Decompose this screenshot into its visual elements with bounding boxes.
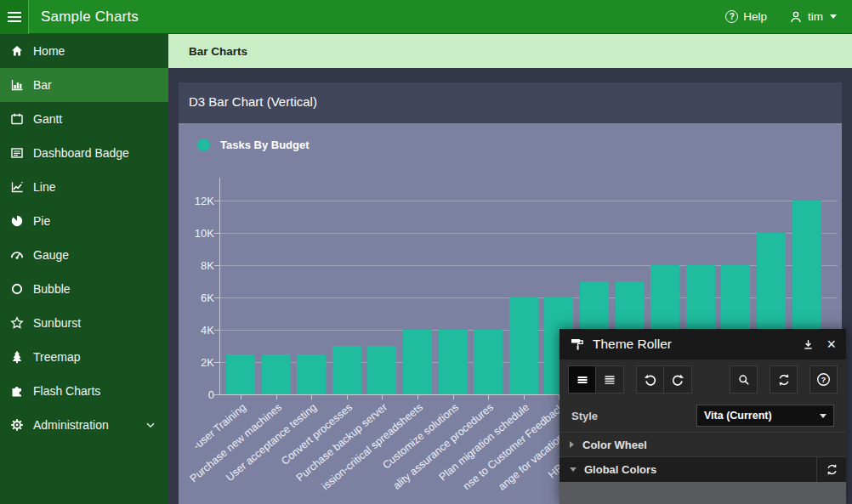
sidebar-item-label: Sunburst: [33, 316, 81, 330]
sidebar-item-label: Treemap: [33, 350, 81, 364]
detailed-view-button[interactable]: [596, 365, 624, 394]
chevron-down-icon: [145, 419, 156, 431]
bar[interactable]: [332, 346, 361, 394]
chart-legend[interactable]: Tasks By Budget: [197, 139, 310, 151]
compact-view-button[interactable]: [568, 365, 596, 394]
home-icon: [10, 44, 24, 58]
puzzle-icon: [10, 384, 24, 398]
style-row: Style Vita (Current): [559, 399, 846, 432]
help-circle-icon[interactable]: ?: [809, 365, 838, 394]
sidebar-item-pie[interactable]: Pie: [0, 204, 168, 238]
sidebar-item-label: Bubble: [33, 282, 71, 296]
theme-roller-title: Theme Roller: [593, 337, 672, 352]
sidebar-nav: HomeBarGanttDashboard BadgeLinePieGaugeB…: [0, 34, 168, 504]
theme-roller-panel: Theme Roller ×: [559, 329, 846, 504]
gauge-icon: [10, 248, 24, 262]
legend-marker: [197, 139, 210, 151]
app-title: Sample Charts: [41, 8, 139, 25]
breadcrumb: Bar Charts: [168, 34, 852, 68]
line-chart-icon: [10, 180, 24, 194]
y-axis-label: 0: [182, 389, 214, 400]
y-axis-label: 2K: [182, 357, 214, 368]
sidebar-item-line[interactable]: Line: [0, 170, 168, 204]
chevron-down-icon: [830, 14, 837, 19]
theme-roller-header[interactable]: Theme Roller ×: [559, 329, 846, 360]
top-bar: Sample Charts ? Help tim: [0, 0, 852, 34]
x-axis-tick: [311, 395, 312, 399]
hamburger-icon: [8, 16, 21, 18]
bar[interactable]: [403, 330, 432, 394]
sidebar-item-label: Gauge: [33, 248, 69, 262]
sidebar-item-label: Dashboard Badge: [33, 146, 129, 160]
section-color-wheel[interactable]: Color Wheel: [559, 432, 846, 456]
paint-roller-icon: [570, 337, 585, 352]
y-axis-label: 8K: [182, 260, 214, 271]
sidebar-item-label: Home: [33, 44, 65, 58]
sidebar-item-dashboard-badge[interactable]: Dashboard Badge: [0, 136, 168, 170]
reset-colors-button[interactable]: [816, 457, 846, 482]
x-axis-tick: [524, 395, 525, 399]
chart-card-title: D3 Bar Chart (Vertical): [179, 82, 842, 123]
bubble-icon: [10, 282, 24, 296]
sidebar-item-label: Pie: [33, 214, 50, 228]
search-icon[interactable]: [730, 365, 758, 394]
y-axis-line: [219, 178, 220, 394]
sidebar-item-bar[interactable]: Bar: [0, 68, 168, 102]
chevron-down-icon: [820, 414, 826, 418]
sidebar-item-label: Gantt: [33, 112, 62, 126]
bar[interactable]: [262, 354, 291, 395]
sidebar-item-gantt[interactable]: Gantt: [0, 102, 168, 136]
bar[interactable]: [297, 354, 326, 395]
close-icon[interactable]: ×: [826, 337, 836, 351]
sidebar-item-treemap[interactable]: Treemap: [0, 340, 168, 374]
hamburger-icon: [8, 20, 21, 22]
user-menu-button[interactable]: tim: [789, 10, 837, 24]
x-axis-tick: [453, 395, 454, 399]
chevron-right-icon: [570, 441, 574, 448]
section-global-colors[interactable]: Global Colors: [559, 456, 846, 482]
star-icon: [10, 316, 24, 330]
redo-icon[interactable]: [664, 365, 692, 394]
refresh-icon[interactable]: [770, 365, 798, 394]
y-axis-label: 6K: [182, 292, 214, 303]
sidebar-item-gauge[interactable]: Gauge: [0, 238, 168, 272]
style-select[interactable]: Vita (Current): [696, 405, 834, 427]
gear-icon: [10, 418, 24, 432]
sidebar-item-flash-charts[interactable]: Flash Charts: [0, 374, 168, 408]
app-window: Sample Charts ? Help tim HomeBarGanttDas…: [0, 0, 852, 504]
bar[interactable]: [474, 330, 503, 394]
chevron-down-icon: [570, 467, 577, 472]
section-label: Global Colors: [584, 463, 656, 476]
sidebar-item-sunburst[interactable]: Sunburst: [0, 306, 168, 340]
y-axis-label: 12K: [182, 195, 214, 207]
sidebar-item-bubble[interactable]: Bubble: [0, 272, 168, 306]
x-axis-tick: [241, 395, 241, 399]
user-name: tim: [808, 10, 823, 23]
help-button[interactable]: ? Help: [725, 10, 767, 23]
style-label: Style: [571, 410, 598, 422]
undo-icon[interactable]: [636, 365, 664, 394]
help-label: Help: [743, 10, 767, 23]
bar[interactable]: [509, 297, 538, 394]
x-axis-tick: [276, 395, 277, 399]
page-title: Bar Charts: [189, 45, 247, 58]
svg-text:?: ?: [821, 375, 826, 384]
x-axis-tick: [382, 395, 383, 399]
y-axis-label: 10K: [182, 228, 214, 239]
x-axis-tick: [488, 395, 489, 399]
sidebar-item-home[interactable]: Home: [0, 34, 168, 68]
legend-label: Tasks By Budget: [220, 139, 310, 151]
gridline: [219, 201, 838, 201]
bar[interactable]: [367, 346, 396, 394]
bar[interactable]: [226, 354, 255, 395]
hamburger-menu-button[interactable]: [0, 0, 29, 34]
sidebar-item-label: Line: [33, 180, 55, 194]
tree-icon: [10, 350, 24, 364]
x-axis-tick: [417, 395, 418, 399]
sidebar-item-administration[interactable]: Administration: [0, 408, 168, 442]
sidebar-item-label: Administration: [33, 418, 109, 432]
x-axis-tick: [347, 395, 348, 399]
download-icon[interactable]: [802, 338, 815, 351]
bar[interactable]: [439, 330, 468, 394]
style-select-value: Vita (Current): [704, 410, 772, 422]
